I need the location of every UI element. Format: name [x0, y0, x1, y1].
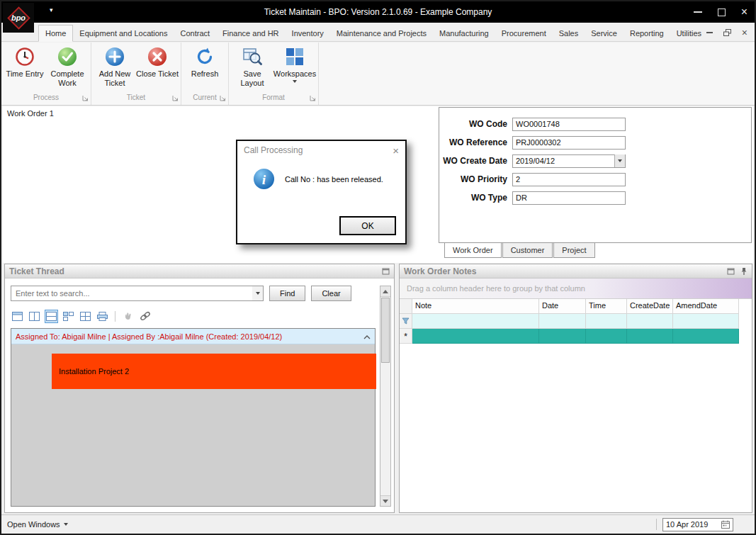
complete-work-icon — [57, 46, 78, 67]
ribbon-minimize-icon[interactable] — [706, 32, 713, 33]
window-maximize-icon[interactable] — [718, 9, 726, 16]
work-order-canvas: Work Order 1 WO Code WO Reference WO Cre… — [3, 106, 753, 263]
complete-work-button[interactable]: Complete Work — [46, 44, 89, 87]
window-close-icon[interactable]: × — [741, 6, 747, 18]
notes-newrow-createdate[interactable] — [627, 329, 673, 344]
close-ticket-button[interactable]: Close Ticket — [136, 44, 179, 79]
notes-newrow-note[interactable] — [412, 329, 539, 344]
thread-view-toolbar — [11, 308, 152, 324]
ribbon-tab-maintenance-and-projects[interactable]: Maintenance and Projects — [330, 26, 433, 41]
window-minimize-icon[interactable] — [694, 11, 702, 13]
ribbon-tab-inventory[interactable]: Inventory — [286, 26, 330, 41]
wo-code-label: WO Code — [439, 119, 507, 129]
tab-project[interactable]: Project — [553, 243, 594, 258]
notes-filter-time[interactable] — [586, 314, 627, 329]
wo-priority-field[interactable] — [512, 173, 626, 186]
wo-create-date-dropdown-icon[interactable] — [614, 154, 625, 167]
dialog-ok-button[interactable]: OK — [339, 216, 396, 235]
thread-search-dropdown-icon[interactable] — [252, 286, 263, 300]
call-processing-dialog: Call Processing × i Call No : has been r… — [236, 140, 407, 244]
dialog-close-icon[interactable]: × — [393, 145, 399, 156]
notes-newrow-amenddate[interactable] — [673, 329, 739, 344]
refresh-icon — [194, 46, 215, 67]
notes-column-createdate[interactable]: CreateDate — [627, 299, 673, 314]
status-date-value: 10 Apr 2019 — [666, 520, 718, 529]
ribbon-tab-utilities[interactable]: Utilities — [670, 26, 708, 41]
wo-create-date-field[interactable] — [512, 154, 626, 168]
ticket-thread-maximize-icon[interactable] — [382, 268, 390, 275]
notes-column-date[interactable]: Date — [539, 299, 586, 314]
ribbon-restore-icon[interactable] — [723, 29, 731, 37]
notes-filter-createdate[interactable] — [627, 314, 673, 329]
scrollbar-down-icon[interactable] — [380, 495, 390, 506]
time-entry-icon — [14, 46, 35, 67]
notes-column-note[interactable]: Note — [412, 299, 539, 314]
work-order-form-panel: WO Code WO Reference WO Create Date WO P… — [439, 107, 752, 243]
ribbon-tab-procurement[interactable]: Procurement — [495, 26, 553, 41]
wo-type-field[interactable] — [512, 191, 626, 205]
add-new-ticket-button[interactable]: Add New Ticket — [94, 44, 136, 87]
workspaces-button[interactable]: Workspaces — [273, 44, 316, 83]
ribbon-group-format-label: Format — [231, 93, 316, 105]
ribbon-close-icon[interactable]: × — [742, 28, 747, 38]
wo-create-date-label: WO Create Date — [439, 156, 507, 166]
thread-group-row[interactable]: Assigned To: Abigail Milne | Assigned By… — [11, 329, 375, 344]
scrollbar-thumb[interactable] — [381, 298, 390, 363]
open-windows-button[interactable]: Open Windows — [7, 520, 68, 529]
dialog-title: Call Processing — [244, 145, 303, 155]
thread-view-list-icon[interactable] — [62, 310, 75, 323]
current-dialog-launcher-icon[interactable] — [220, 95, 226, 103]
thread-item[interactable]: Installation Project 2 — [52, 354, 376, 389]
app-logo[interactable]: bpo — [3, 3, 34, 33]
format-dialog-launcher-icon[interactable] — [310, 95, 316, 103]
notes-filter-note[interactable] — [412, 314, 539, 329]
ribbon-tab-contract[interactable]: Contract — [174, 26, 217, 41]
ribbon-group-process: Time Entry Complete Work Process — [1, 43, 91, 105]
ribbon-tab-sales[interactable]: Sales — [553, 26, 585, 41]
find-button[interactable]: Find — [269, 286, 305, 301]
ribbon-tab-service[interactable]: Service — [585, 26, 624, 41]
time-entry-button[interactable]: Time Entry — [4, 44, 46, 79]
notes-newrow-date[interactable] — [539, 329, 586, 344]
notes-maximize-icon[interactable] — [727, 268, 735, 275]
notes-filter-amenddate[interactable] — [673, 314, 739, 329]
thread-view-grid-icon[interactable] — [79, 310, 92, 323]
notes-filter-date[interactable] — [539, 314, 586, 329]
wo-type-label: WO Type — [439, 193, 507, 203]
thread-scrollbar[interactable] — [380, 286, 391, 507]
wo-code-field[interactable] — [512, 118, 626, 131]
ticket-dialog-launcher-icon[interactable] — [172, 95, 179, 103]
notes-column-amenddate[interactable]: AmendDate — [673, 299, 739, 314]
notes-column-time[interactable]: Time — [586, 299, 627, 314]
bottom-area: Ticket Thread Find Clear — [3, 263, 753, 514]
tab-work-order[interactable]: Work Order — [444, 243, 502, 258]
thread-search-input[interactable] — [11, 286, 264, 301]
clear-button[interactable]: Clear — [311, 286, 351, 301]
ribbon-tab-home[interactable]: Home — [38, 25, 73, 42]
ribbon-tab-finance-and-hr[interactable]: Finance and HR — [216, 26, 286, 41]
work-order-form-tabs: Work Order Customer Project — [439, 243, 752, 258]
ribbon-tab-equipment-and-locations[interactable]: Equipment and Locations — [73, 26, 174, 41]
thread-view-rows-icon[interactable] — [45, 310, 58, 323]
ribbon-tab-manufacturing[interactable]: Manufacturing — [433, 26, 495, 41]
thread-view-single-icon[interactable] — [11, 310, 24, 323]
link-icon[interactable] — [138, 310, 152, 323]
notes-group-bar[interactable]: Drag a column header here to group by th… — [400, 278, 752, 299]
scrollbar-up-icon[interactable] — [380, 286, 390, 297]
open-windows-label: Open Windows — [7, 520, 60, 529]
thread-print-icon[interactable] — [96, 310, 109, 323]
status-date-picker[interactable]: 10 Apr 2019 — [662, 518, 733, 531]
thread-view-columns-icon[interactable] — [28, 310, 41, 323]
pan-hand-icon[interactable] — [121, 310, 135, 323]
notes-newrow-time[interactable] — [586, 329, 627, 344]
save-layout-button[interactable]: Save Layout — [231, 44, 273, 87]
close-ticket-icon — [147, 46, 168, 67]
notes-pin-icon[interactable] — [740, 267, 747, 276]
thread-collapse-icon[interactable] — [363, 332, 371, 341]
ribbon-tab-reporting[interactable]: Reporting — [624, 26, 670, 41]
process-dialog-launcher-icon[interactable] — [82, 95, 89, 103]
refresh-button[interactable]: Refresh — [184, 44, 226, 79]
wo-reference-field[interactable] — [512, 136, 626, 150]
tab-customer[interactable]: Customer — [502, 243, 553, 258]
notes-grid: Note Date Time CreateDate AmendDate * — [400, 299, 752, 344]
